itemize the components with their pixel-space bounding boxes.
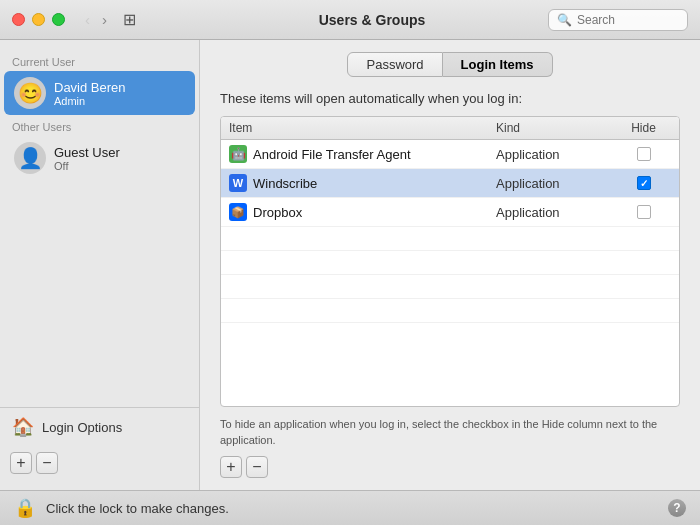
table-header: Item Kind Hide [221, 117, 679, 140]
nav-arrows: ‹ › [81, 9, 111, 30]
kind-android: Application [496, 147, 616, 162]
avatar-guest: 👤 [14, 142, 46, 174]
hint-text: To hide an application when you log in, … [220, 417, 680, 448]
table-body: 🤖 Android File Transfer Agent Applicatio… [221, 140, 679, 406]
window-title: Users & Groups [136, 12, 608, 28]
kind-dropbox: Application [496, 205, 616, 220]
help-button[interactable]: ? [668, 499, 686, 517]
hide-cell-android[interactable] [616, 147, 671, 161]
tab-bar: Password Login Items [220, 52, 680, 77]
search-icon: 🔍 [557, 13, 572, 27]
item-name-dropbox: 📦 Dropbox [229, 203, 496, 221]
app-name-android: Android File Transfer Agent [253, 147, 411, 162]
hide-cell-windscribe[interactable] [616, 176, 671, 190]
forward-arrow[interactable]: › [98, 9, 111, 30]
tab-login-items[interactable]: Login Items [443, 52, 553, 77]
grid-icon: ⊞ [123, 10, 136, 29]
table-row[interactable]: 📦 Dropbox Application [221, 198, 679, 227]
table-action-buttons: + − [220, 456, 680, 478]
login-options-item[interactable]: 🏠 Login Options [0, 407, 199, 446]
item-name-android: 🤖 Android File Transfer Agent [229, 145, 496, 163]
add-user-button[interactable]: + [10, 452, 32, 474]
titlebar: ‹ › ⊞ Users & Groups 🔍 [0, 0, 700, 40]
app-icon-windscribe: W [229, 174, 247, 192]
login-options-label: Login Options [42, 420, 122, 435]
empty-rows [221, 227, 679, 347]
search-input[interactable] [577, 13, 679, 27]
user-item-david[interactable]: 😊 David Beren Admin [4, 71, 195, 115]
close-button[interactable] [12, 13, 25, 26]
col-header-item: Item [229, 121, 496, 135]
panel-description: These items will open automatically when… [220, 91, 680, 106]
minimize-button[interactable] [32, 13, 45, 26]
right-panel: Password Login Items These items will op… [200, 40, 700, 490]
remove-user-button[interactable]: − [36, 452, 58, 474]
col-header-kind: Kind [496, 121, 616, 135]
hide-checkbox-windscribe[interactable] [637, 176, 651, 190]
item-name-windscribe: W Windscribe [229, 174, 496, 192]
lock-icon[interactable]: 🔒 [14, 497, 36, 519]
user-name-david: David Beren [54, 80, 126, 95]
items-table: Item Kind Hide 🤖 Android File Transfer A… [220, 116, 680, 407]
tab-password[interactable]: Password [347, 52, 442, 77]
app-name-windscribe: Windscribe [253, 176, 317, 191]
avatar-david: 😊 [14, 77, 46, 109]
kind-windscribe: Application [496, 176, 616, 191]
maximize-button[interactable] [52, 13, 65, 26]
bottom-bar: 🔒 Click the lock to make changes. ? [0, 490, 700, 525]
user-name-guest: Guest User [54, 145, 120, 160]
other-users-label: Other Users [0, 115, 199, 136]
hide-checkbox-dropbox[interactable] [637, 205, 651, 219]
back-arrow[interactable]: ‹ [81, 9, 94, 30]
add-item-button[interactable]: + [220, 456, 242, 478]
user-role-david: Admin [54, 95, 126, 107]
house-icon: 🏠 [12, 416, 34, 438]
user-item-guest[interactable]: 👤 Guest User Off [4, 136, 195, 180]
table-row[interactable]: W Windscribe Application [221, 169, 679, 198]
search-box[interactable]: 🔍 [548, 9, 688, 31]
table-row[interactable]: 🤖 Android File Transfer Agent Applicatio… [221, 140, 679, 169]
hide-checkbox-android[interactable] [637, 147, 651, 161]
remove-item-button[interactable]: − [246, 456, 268, 478]
app-icon-android: 🤖 [229, 145, 247, 163]
lock-text: Click the lock to make changes. [46, 501, 229, 516]
window-controls [12, 13, 65, 26]
sidebar-bottom-buttons: + − [0, 446, 199, 480]
hide-cell-dropbox[interactable] [616, 205, 671, 219]
app-icon-dropbox: 📦 [229, 203, 247, 221]
user-role-guest: Off [54, 160, 120, 172]
app-name-dropbox: Dropbox [253, 205, 302, 220]
current-user-label: Current User [0, 50, 199, 71]
sidebar: Current User 😊 David Beren Admin Other U… [0, 40, 200, 490]
main-content: Current User 😊 David Beren Admin Other U… [0, 40, 700, 490]
col-header-hide: Hide [616, 121, 671, 135]
